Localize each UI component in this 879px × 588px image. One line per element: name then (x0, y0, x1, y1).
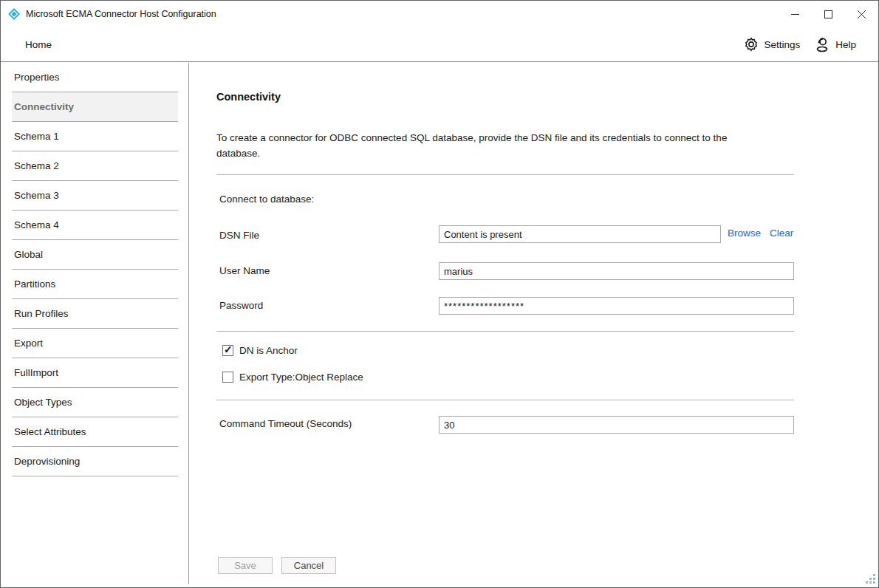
user-name-label: User Name (219, 265, 270, 276)
title-bar: Microsoft ECMA Connector Host Configurat… (1, 1, 878, 27)
sidebar-item-partitions[interactable]: Partitions (12, 270, 178, 299)
dn-is-anchor-label: DN is Anchor (239, 345, 298, 356)
divider (216, 174, 794, 175)
body-area: Properties Connectivity Schema 1 Schema … (1, 63, 878, 584)
app-window: Microsoft ECMA Connector Host Configurat… (0, 0, 879, 588)
user-name-input[interactable] (439, 262, 794, 280)
divider (216, 331, 794, 332)
close-button[interactable] (845, 1, 878, 27)
settings-button[interactable]: Settings (743, 36, 800, 52)
cancel-button[interactable]: Cancel (281, 557, 336, 574)
menu-item-home[interactable]: Home (25, 39, 52, 50)
dsn-file-label: DSN File (219, 230, 259, 241)
page-description: To create a connector for ODBC connected… (216, 130, 756, 161)
maximize-button[interactable] (812, 1, 845, 27)
window-title: Microsoft ECMA Connector Host Configurat… (26, 9, 216, 19)
menu-bar: Home Settings (1, 27, 878, 62)
dn-is-anchor-row: DN is Anchor (222, 345, 298, 356)
browse-link[interactable]: Browse (728, 228, 761, 239)
sidebar-item-object-types[interactable]: Object Types (12, 388, 178, 417)
settings-label: Settings (764, 39, 800, 50)
page-title: Connectivity (216, 91, 281, 103)
sidebar-item-connectivity[interactable]: Connectivity (12, 92, 178, 122)
password-label: Password (219, 300, 263, 311)
app-logo-icon (7, 7, 21, 21)
password-input[interactable] (439, 297, 794, 315)
gear-icon (743, 36, 759, 52)
sidebar-item-export[interactable]: Export (12, 329, 178, 358)
sidebar-item-schema-4[interactable]: Schema 4 (12, 211, 178, 240)
connect-section-label: Connect to database: (219, 194, 314, 205)
minimize-button[interactable] (779, 1, 812, 27)
clear-link[interactable]: Clear (770, 228, 793, 239)
status-strip (1, 584, 878, 588)
export-type-row: Export Type:Object Replace (222, 372, 363, 383)
sidebar-item-global[interactable]: Global (12, 240, 178, 270)
sidebar-item-schema-3[interactable]: Schema 3 (12, 181, 178, 211)
support-person-icon (813, 35, 831, 53)
export-type-checkbox[interactable] (222, 372, 233, 383)
command-timeout-input[interactable] (439, 416, 794, 434)
sidebar-item-schema-2[interactable]: Schema 2 (12, 151, 178, 181)
sidebar-item-deprovisioning[interactable]: Deprovisioning (12, 447, 178, 476)
command-timeout-label: Command Timeout (Seconds) (219, 418, 352, 429)
dsn-file-input[interactable] (439, 225, 721, 243)
sidebar-item-run-profiles[interactable]: Run Profiles (12, 299, 178, 329)
resize-grip[interactable] (865, 573, 875, 584)
export-type-label: Export Type:Object Replace (239, 372, 363, 383)
help-button[interactable]: Help (813, 35, 856, 53)
help-label: Help (835, 39, 856, 50)
main-content: Connectivity To create a connector for O… (190, 63, 878, 584)
sidebar-item-select-attributes[interactable]: Select Attributes (12, 417, 178, 447)
save-button[interactable]: Save (218, 557, 273, 574)
sidebar-item-schema-1[interactable]: Schema 1 (12, 122, 178, 151)
sidebar-nav: Properties Connectivity Schema 1 Schema … (1, 63, 189, 584)
divider (216, 400, 794, 400)
sidebar-item-fullimport[interactable]: FullImport (12, 358, 178, 388)
dn-is-anchor-checkbox[interactable] (222, 345, 233, 356)
sidebar-item-properties[interactable]: Properties (12, 63, 178, 92)
